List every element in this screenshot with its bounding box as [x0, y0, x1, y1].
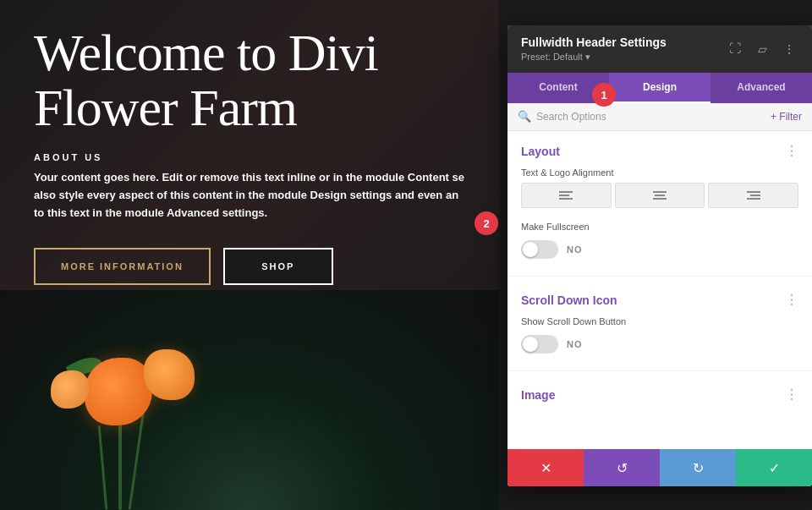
layout-section-header: Layout ⋮ [508, 131, 812, 164]
settings-panel: Fullwidth Header Settings Preset: Defaul… [508, 25, 812, 486]
confirm-button[interactable]: ✓ [736, 449, 812, 486]
about-label: ABOUT US [34, 152, 465, 162]
fullscreen-icon[interactable]: ⛶ [726, 40, 744, 58]
panel-body: Layout ⋮ Text & Logo Alignment Make Full… [508, 131, 812, 449]
panel-header-icons: ⛶ ▱ ⋮ [726, 40, 798, 58]
layout-section-title: Layout [521, 145, 560, 158]
make-fullscreen-toggle-row: NO [508, 237, 812, 272]
align-left-btn[interactable] [521, 183, 612, 208]
scroll-section-header: Scroll Down Icon ⋮ [508, 280, 812, 313]
panel-preset[interactable]: Preset: Default ▾ [521, 52, 667, 63]
show-scroll-label: Show Scroll Down Button [508, 313, 812, 332]
show-scroll-value: NO [567, 339, 583, 349]
make-fullscreen-label: Make Fullscreen [508, 218, 812, 237]
site-title: Welcome to Divi Flower Farm [34, 25, 465, 135]
shop-button[interactable]: SHOP [223, 248, 333, 285]
alignment-options [508, 183, 812, 218]
show-scroll-toggle[interactable] [521, 335, 558, 354]
divider-2 [508, 370, 812, 371]
preview-content: Welcome to Divi Flower Farm ABOUT US You… [0, 0, 499, 327]
flower-stem-2 [129, 409, 145, 509]
make-fullscreen-value: NO [567, 244, 583, 255]
more-options-icon[interactable]: ⋮ [780, 40, 798, 58]
panel-footer: ✕ ↺ ↻ ✓ [508, 449, 812, 486]
flower-stem-3 [98, 425, 108, 510]
align-right-btn[interactable] [708, 183, 798, 208]
align-center-btn[interactable] [615, 183, 705, 208]
search-icon: 🔍 [518, 110, 531, 123]
flower-large [85, 358, 152, 425]
tabs-row: Content Design Advanced [508, 73, 812, 103]
redo-button[interactable]: ↻ [660, 449, 736, 486]
reset-button[interactable]: ↺ [584, 449, 660, 486]
scroll-section-menu[interactable]: ⋮ [785, 292, 798, 308]
more-info-button[interactable]: MORE INFORMATION [34, 248, 211, 285]
filter-button[interactable]: + Filter [771, 111, 802, 123]
flower-small [51, 370, 89, 409]
annotation-2: 2 [475, 211, 498, 235]
image-section-title: Image [521, 388, 555, 402]
make-fullscreen-toggle[interactable] [521, 240, 558, 259]
toggle-knob [523, 242, 538, 257]
show-scroll-toggle-row: NO [508, 332, 812, 367]
image-section-header: Image ⋮ [508, 375, 812, 408]
scroll-toggle-knob [523, 337, 538, 352]
text-logo-align-label: Text & Logo Alignment [508, 164, 812, 183]
search-row: 🔍 Search Options + Filter [508, 103, 812, 131]
layout-section-menu[interactable]: ⋮ [785, 143, 798, 159]
cancel-button[interactable]: ✕ [508, 449, 584, 486]
search-placeholder: Search Options [536, 111, 606, 123]
panel-title: Fullwidth Header Settings [521, 36, 667, 49]
panel-header-text: Fullwidth Header Settings Preset: Defaul… [521, 36, 667, 63]
split-view-icon[interactable]: ▱ [753, 40, 771, 58]
divider-1 [508, 276, 812, 277]
scroll-section-title: Scroll Down Icon [521, 293, 617, 307]
panel-header: Fullwidth Header Settings Preset: Defaul… [508, 25, 812, 73]
flower-medium [144, 349, 195, 400]
cta-buttons: MORE INFORMATION SHOP [34, 248, 465, 285]
image-section-menu[interactable]: ⋮ [785, 387, 798, 403]
website-preview: Welcome to Divi Flower Farm ABOUT US You… [0, 0, 499, 510]
body-text: Your content goes here. Edit or remove t… [34, 169, 465, 222]
annotation-1: 1 [592, 83, 616, 107]
tab-advanced[interactable]: Advanced [710, 73, 812, 103]
tab-design[interactable]: Design [609, 73, 710, 103]
